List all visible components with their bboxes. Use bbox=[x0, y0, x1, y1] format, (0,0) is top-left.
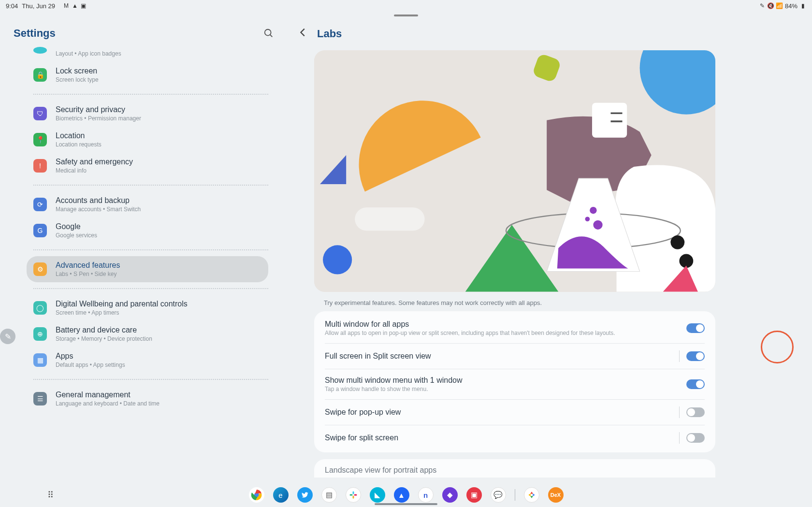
item-title: Location bbox=[56, 131, 102, 140]
settings-item-safety-emergency[interactable]: ! Safety and emergency Medical info bbox=[27, 153, 268, 179]
location-icon: 📍 bbox=[33, 133, 47, 146]
item-sub: Google services bbox=[56, 232, 97, 239]
item-sub: Storage • Memory • Device protection bbox=[56, 335, 152, 342]
back-icon[interactable] bbox=[298, 27, 308, 41]
svg-point-14 bbox=[585, 217, 590, 221]
warning-icon: ▲ bbox=[72, 2, 78, 9]
gear-icon: ⚙ bbox=[33, 262, 47, 276]
battery-care-icon: ⊕ bbox=[33, 327, 47, 341]
item-title: Google bbox=[56, 222, 97, 231]
photos-icon[interactable] bbox=[524, 487, 539, 503]
apps-icon: ▦ bbox=[33, 353, 47, 367]
svg-line-1 bbox=[270, 35, 273, 37]
google-icon: G bbox=[33, 224, 47, 237]
settings-item-digital-wellbeing[interactable]: ◯ Digital Wellbeing and parental control… bbox=[27, 295, 268, 321]
item-sub: Biometrics • Permission manager bbox=[56, 115, 141, 122]
row-title[interactable]: Landscape view for portrait apps bbox=[325, 466, 705, 475]
app-icon-n[interactable]: n bbox=[418, 487, 434, 503]
svg-point-15 bbox=[590, 207, 596, 214]
app-icon-blue[interactable]: ▲ bbox=[394, 487, 409, 503]
nav-handle[interactable] bbox=[375, 503, 437, 505]
settings-item-security-privacy[interactable]: 🛡 Security and privacy Biometrics • Perm… bbox=[27, 101, 268, 127]
item-title: Lock screen bbox=[56, 67, 99, 75]
settings-title: Settings bbox=[5, 21, 276, 45]
item-title: Advanced features bbox=[56, 261, 120, 270]
toggle-fullscreen-split[interactable] bbox=[686, 351, 705, 361]
battery-icon: ▮ bbox=[799, 2, 806, 9]
settings-list: Layout • App icon badges 🔒 Lock screen S… bbox=[5, 49, 276, 412]
labs-description: Try experimental features. Some features… bbox=[324, 299, 793, 306]
messages-icon[interactable]: 💬 bbox=[491, 487, 506, 503]
app-icon-red[interactable]: ▣ bbox=[466, 487, 482, 503]
labs-row-swipe-split[interactable]: Swipe for split screen bbox=[325, 425, 705, 450]
svg-rect-25 bbox=[354, 494, 357, 496]
status-time: 9:04 bbox=[6, 2, 18, 10]
divider bbox=[33, 185, 268, 186]
row-subtitle: Allow all apps to open in pop-up view or… bbox=[325, 330, 615, 336]
wifi-icon: 📶 bbox=[776, 2, 783, 9]
settings-item-general-management[interactable]: ☰ General management Language and keyboa… bbox=[27, 386, 268, 412]
status-date: Thu, Jun 29 bbox=[22, 2, 55, 10]
edge-icon[interactable]: e bbox=[273, 487, 289, 503]
settings-item-apps[interactable]: ▦ Apps Default apps • App settings bbox=[27, 347, 268, 373]
search-icon[interactable] bbox=[263, 28, 274, 42]
item-sub: Medical info bbox=[56, 167, 133, 174]
toggle-multi-window[interactable] bbox=[686, 323, 705, 333]
item-title: Apps bbox=[56, 352, 125, 361]
svg-point-16 bbox=[593, 220, 602, 230]
dex-icon[interactable]: DeX bbox=[548, 487, 564, 503]
separator bbox=[679, 350, 680, 362]
sliders-icon: ☰ bbox=[33, 392, 47, 406]
divider bbox=[33, 288, 268, 289]
settings-item-home-screen[interactable]: Layout • App icon badges bbox=[27, 49, 268, 62]
toggle-swipe-split[interactable] bbox=[686, 433, 705, 443]
files-icon[interactable]: ▤ bbox=[321, 487, 337, 503]
item-sub: Default apps • App settings bbox=[56, 362, 125, 368]
svg-rect-9 bbox=[592, 103, 627, 138]
lock-icon: 🔒 bbox=[33, 68, 47, 82]
settings-item-advanced-features[interactable]: ⚙ Advanced features Labs • S Pen • Side … bbox=[27, 256, 268, 282]
status-bar: 9:04 Thu, Jun 29 M ▲ ▣ ✎ 🔇 📶 84% ▮ bbox=[0, 0, 812, 12]
divider bbox=[33, 379, 268, 380]
emergency-icon: ! bbox=[33, 159, 47, 173]
settings-item-location[interactable]: 📍 Location Location requests bbox=[27, 127, 268, 153]
chrome-icon[interactable] bbox=[249, 487, 264, 503]
labs-hero-image bbox=[314, 50, 715, 292]
status-app-icons: M ▲ ▣ bbox=[63, 2, 87, 9]
settings-sidebar: Settings Layout • App icon badges 🔒 Lock… bbox=[0, 12, 290, 507]
item-title: Digital Wellbeing and parental controls bbox=[56, 300, 188, 308]
status-left: 9:04 Thu, Jun 29 M ▲ ▣ bbox=[6, 2, 87, 10]
status-right: ✎ 🔇 📶 84% ▮ bbox=[759, 2, 806, 10]
shield-icon: 🛡 bbox=[33, 107, 47, 120]
slack-icon[interactable] bbox=[346, 487, 361, 503]
twitter-icon[interactable] bbox=[297, 487, 313, 503]
item-sub: Location requests bbox=[56, 141, 102, 148]
item-sub: Language and keyboard • Date and time bbox=[56, 400, 160, 407]
item-sub: Screen time • App timers bbox=[56, 309, 188, 316]
app-drawer-icon[interactable]: ⠿ bbox=[47, 490, 54, 500]
labs-card-extra: Landscape view for portrait apps bbox=[314, 459, 715, 478]
settings-item-battery-device-care[interactable]: ⊕ Battery and device care Storage • Memo… bbox=[27, 321, 268, 347]
svg-point-17 bbox=[670, 235, 684, 249]
labs-row-multi-window[interactable]: Multi window for all apps Allow all apps… bbox=[325, 313, 705, 344]
app-icon-purple[interactable]: ◆ bbox=[442, 487, 458, 503]
edge-panel-handle[interactable]: ✎ bbox=[0, 329, 15, 344]
labs-row-fullscreen-split[interactable]: Full screen in Split screen view bbox=[325, 344, 705, 369]
divider bbox=[33, 94, 268, 95]
taskbar: ⠿ e ▤ ◣ ▲ n ◆ ▣ 💬 DeX bbox=[0, 483, 812, 507]
labs-row-swipe-popup[interactable]: Swipe for pop-up view bbox=[325, 400, 705, 425]
settings-item-lock-screen[interactable]: 🔒 Lock screen Screen lock type bbox=[27, 62, 268, 88]
svg-rect-6 bbox=[355, 207, 424, 231]
separator bbox=[679, 432, 680, 444]
taskbar-apps: e ▤ ◣ ▲ n ◆ ▣ 💬 DeX bbox=[249, 487, 564, 503]
gmail-icon: M bbox=[63, 2, 70, 9]
labs-row-show-menu[interactable]: Show multi window menu with 1 window Tap… bbox=[325, 369, 705, 400]
row-title: Swipe for split screen bbox=[325, 434, 398, 442]
settings-item-google[interactable]: G Google Google services bbox=[27, 217, 268, 244]
photo-icon: ▣ bbox=[80, 2, 87, 9]
toggle-swipe-popup[interactable] bbox=[686, 407, 705, 417]
item-title: Safety and emergency bbox=[56, 158, 133, 166]
toggle-show-menu[interactable] bbox=[686, 379, 705, 389]
settings-item-accounts-backup[interactable]: ⟳ Accounts and backup Manage accounts • … bbox=[27, 191, 268, 217]
app-icon-teal[interactable]: ◣ bbox=[370, 487, 385, 503]
